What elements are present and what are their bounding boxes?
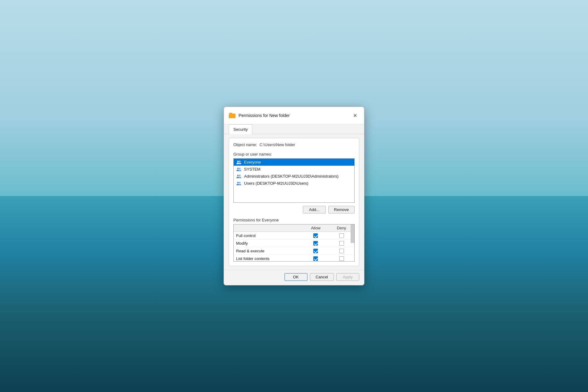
svg-point-4 <box>237 175 239 176</box>
allow-checkbox[interactable] <box>313 256 318 261</box>
tab-security[interactable]: Security <box>229 124 252 134</box>
user-list[interactable]: Everyone SYSTEM Administrators (DESKTOP-… <box>233 158 355 203</box>
ok-button[interactable]: OK <box>285 273 307 281</box>
permission-allow-cell[interactable] <box>303 239 329 247</box>
permissions-dialog: Permissions for New folder ✕ Security Ob… <box>224 107 364 285</box>
user-group-icon <box>236 174 242 179</box>
cancel-button[interactable]: Cancel <box>310 273 334 281</box>
object-name-row: Object name: C:\Users\New folder <box>233 142 355 147</box>
remove-button[interactable]: Remove <box>328 206 355 213</box>
user-item-label: Users (DESKTOP-M2UUJ3D\Users) <box>244 181 308 186</box>
permission-name: Modify <box>234 239 303 247</box>
permissions-scroll[interactable]: Allow Deny Full controlModifyRead & exec… <box>234 224 354 261</box>
svg-point-7 <box>239 182 241 183</box>
scrollbar-thumb[interactable] <box>351 224 354 243</box>
user-list-item[interactable]: Everyone <box>234 159 354 166</box>
tabs-bar: Security <box>224 124 364 134</box>
folder-icon <box>229 113 236 118</box>
object-name-label: Object name: <box>233 142 257 147</box>
title-bar: Permissions for New folder ✕ <box>224 107 364 124</box>
deny-checkbox[interactable] <box>339 256 344 261</box>
permissions-table: Allow Deny Full controlModifyRead & exec… <box>234 224 354 261</box>
add-remove-row: Add... Remove <box>233 206 355 213</box>
group-section-label: Group or user names: <box>233 152 355 156</box>
permission-deny-cell[interactable] <box>329 255 354 261</box>
deny-checkbox[interactable] <box>339 249 344 253</box>
permission-row: Full control <box>234 232 354 239</box>
permission-name: List folder contents <box>234 255 303 261</box>
permission-allow-cell[interactable] <box>303 247 329 255</box>
user-item-label: SYSTEM <box>244 167 260 172</box>
permission-row: Modify <box>234 239 354 247</box>
permission-row: List folder contents <box>234 255 354 261</box>
allow-checkbox[interactable] <box>313 233 318 238</box>
svg-point-3 <box>239 168 241 169</box>
title-bar-left: Permissions for New folder <box>229 113 290 118</box>
svg-point-5 <box>239 175 241 176</box>
permission-allow-cell[interactable] <box>303 255 329 261</box>
allow-checkbox[interactable] <box>313 249 318 253</box>
dialog-overlay: Permissions for New folder ✕ Security Ob… <box>224 107 364 285</box>
permissions-table-wrapper: Allow Deny Full controlModifyRead & exec… <box>233 224 355 262</box>
content-area: Object name: C:\Users\New folder Group o… <box>229 138 359 266</box>
col-header-allow: Allow <box>303 224 329 232</box>
object-name-value: C:\Users\New folder <box>259 142 295 147</box>
user-list-item[interactable]: Administrators (DESKTOP-M2UUJ3D\Administ… <box>234 173 354 180</box>
svg-point-0 <box>237 160 239 162</box>
add-button[interactable]: Add... <box>303 206 326 213</box>
user-group-icon <box>236 181 242 186</box>
deny-checkbox[interactable] <box>339 241 344 246</box>
apply-button[interactable]: Apply <box>336 273 359 281</box>
deny-checkbox[interactable] <box>339 233 344 238</box>
permissions-label: Permissions for Everyone <box>233 218 355 222</box>
user-list-item[interactable]: Users (DESKTOP-M2UUJ3D\Users) <box>234 180 354 187</box>
permission-allow-cell[interactable] <box>303 232 329 239</box>
svg-point-1 <box>239 160 241 162</box>
user-item-label: Administrators (DESKTOP-M2UUJ3D\Administ… <box>244 174 338 179</box>
dialog-title: Permissions for New folder <box>239 113 290 118</box>
svg-point-2 <box>237 168 239 169</box>
permission-name: Read & execute <box>234 247 303 255</box>
user-list-item[interactable]: SYSTEM <box>234 166 354 173</box>
close-button[interactable]: ✕ <box>351 111 359 120</box>
dialog-footer: OK Cancel Apply <box>224 270 364 285</box>
user-group-icon <box>236 167 242 172</box>
user-item-label: Everyone <box>244 160 261 164</box>
col-header-name <box>234 224 303 232</box>
svg-point-6 <box>237 182 239 183</box>
allow-checkbox[interactable] <box>313 241 318 246</box>
user-group-icon <box>236 160 242 164</box>
permission-row: Read & execute <box>234 247 354 255</box>
permission-name: Full control <box>234 232 303 239</box>
permission-deny-cell[interactable] <box>329 247 354 255</box>
